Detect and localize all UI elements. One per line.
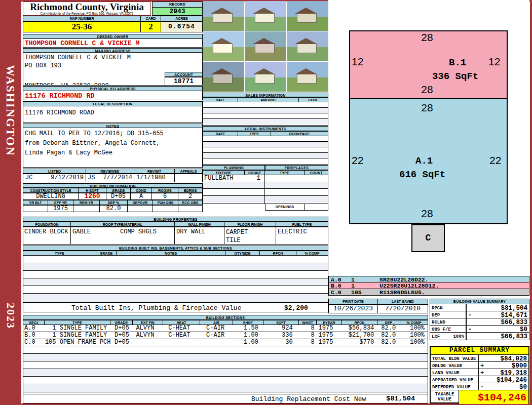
plumbing-rows: FULLBATH 1 <box>203 175 265 204</box>
sec-h-extfin: EXT FIN <box>133 320 163 325</box>
floor-finish-value: CARPET TILE <box>224 227 276 245</box>
parcel-op <box>479 355 488 361</box>
property-photo[interactable] <box>245 31 286 61</box>
sketch-a-top-dim: 28 <box>412 102 442 114</box>
record-label: RECORD <box>152 2 203 8</box>
sidebar-year-label: 2023 <box>4 303 17 329</box>
taxable-label-line2: VALUE <box>431 397 459 402</box>
openings-value <box>305 204 328 211</box>
record-value: 2943 <box>152 8 203 16</box>
sec-cell-sqft: 924 <box>263 325 299 332</box>
sec-cell-extfin: ALVYN <box>133 332 163 339</box>
sec-h-sec: SEC# <box>23 320 45 325</box>
fuel-type-label: FUEL TYPE <box>276 222 328 227</box>
building-sections-label: BUILDING SECTIONS <box>23 315 428 320</box>
cond-value: A <box>131 193 152 200</box>
dep-pct-value: 82.0 <box>100 205 128 212</box>
property-photo[interactable] <box>287 31 328 61</box>
bvs-row: DEP - $14,671 <box>430 311 529 318</box>
bvs-row: LCF100% $66,833 <box>430 333 529 340</box>
parcel-value: $0 <box>488 383 528 390</box>
grade-label: GRADE <box>106 188 131 193</box>
bvs-label: OBS F/E <box>432 327 451 332</box>
legend-row-c: C.0105R11SR6D5L6U5. <box>328 289 529 296</box>
listed-label: LISTED <box>23 169 86 174</box>
sales-date-label: DATE <box>203 97 238 102</box>
instr-type-label: TYPE <box>238 131 271 136</box>
parcel-label: APPRAISED VALUE <box>432 378 473 383</box>
reviewed-value: JS7/7/2014 <box>86 174 134 182</box>
built-ins-rpcn-label: RPCN <box>260 251 296 256</box>
revisit-label: REVISIT <box>134 169 175 174</box>
bvs-label: RPCN <box>432 306 443 311</box>
acres-value: 0.6754 <box>161 21 203 32</box>
sec-cell-dep: 82.0 <box>377 325 400 332</box>
sales-amount-label: AMOUNT <box>238 97 299 102</box>
property-photo[interactable] <box>287 1 328 31</box>
bvs-label: DEP <box>432 313 440 318</box>
appeals-value <box>175 174 203 182</box>
funobs-value <box>153 205 178 212</box>
notes-block: CHG MAIL TO PER TO 12/2016; DB 315-655 f… <box>23 128 203 168</box>
sec-cell-sec: B.0 <box>23 332 45 339</box>
sec-cell-heat: C-HEAT <box>163 332 200 339</box>
fuel-type-value: ELECTRIC <box>276 227 328 245</box>
cond-label: COND <box>131 188 152 193</box>
building-value-summary-label: BUILDING VALUE SUMMARY <box>430 299 529 304</box>
property-photo[interactable] <box>245 62 286 92</box>
property-photo[interactable] <box>287 62 328 92</box>
mailing-line1: THOMPSON CORNELL C & VICKIE M <box>23 53 202 61</box>
appeals-label: APPEALS <box>175 169 203 174</box>
sec-h-air: AIR <box>200 320 233 325</box>
building-sections-title: BUILDING SECTIONS <box>73 315 378 320</box>
sec-cell-extfin <box>133 339 163 346</box>
built-ins-type-label: TYPE <box>23 251 96 256</box>
building-section-row: C.0 105 OPEN FRAME PCH D+05 1.00 30 8 19… <box>23 339 428 346</box>
openings-row: OPENINGS <box>265 204 328 211</box>
built-ins-empty-rows <box>23 256 328 303</box>
parcel-op: - <box>479 383 488 390</box>
sec-cell-rpcn: $21,700 <box>341 332 377 339</box>
sections-empty-rows <box>23 346 428 394</box>
sketch-c-label: C <box>412 225 444 251</box>
sec-cell-extfin: ALVYN <box>133 325 163 332</box>
property-photo[interactable] <box>203 1 244 31</box>
building-sections-rows: A.0 1 SINGLE FAMILY D+05 ALVYN C-HEAT C-… <box>23 325 428 346</box>
sketch-b-right-dim: 12 <box>488 56 500 68</box>
parcel-row: APPRAISED VALUE $104,246 <box>431 376 528 383</box>
built-ins-comp-label: % COMP <box>296 251 328 256</box>
built-ins-total-row: Total Built Ins, Plumbing & Fireplace Va… <box>23 303 328 312</box>
sec-cell-shgt: 1.00 <box>233 339 263 346</box>
parcel-label: DEFERRED VALUE <box>432 385 471 390</box>
reviewed-by: JS <box>88 174 95 182</box>
sec-cell-air: C-AIR <box>200 332 233 339</box>
notes-line2: from Deborah Bittner, Angela Cornett, <box>25 139 202 148</box>
sec-cell-type: 105 OPEN FRAME PCH <box>45 339 111 346</box>
parcel-row: DEFERRED VALUE - $0 <box>431 383 528 390</box>
sketch-legend: A.01SR28U22L28D22. B.01U22SR28U12L28D12.… <box>328 276 529 296</box>
roof-value: GABLECOMP SHGLS <box>71 227 175 245</box>
sketch-b-sqft: 336 SqFt <box>432 71 478 82</box>
plumbing-count-value: 1 <box>245 175 264 182</box>
sec-cell-dep: 82.0 <box>377 339 400 346</box>
legend-vector: R11SR6D5L6U5. <box>379 289 425 295</box>
sec-cell-shgt: 1.00 <box>233 332 263 339</box>
sketch-a-label: A.1 <box>415 155 433 167</box>
property-photo[interactable] <box>203 62 244 92</box>
sec-cell-sec: A.0 <box>23 325 45 332</box>
legend-num: 105 <box>351 289 379 295</box>
roof-material-value: COMP SHGLS <box>120 228 157 235</box>
sec-cell-whgt: 8 <box>299 332 317 339</box>
parcel-label: TOTAL BLDG VALUE <box>432 356 476 361</box>
taxable-value-row: TAXABLE VALUE $104,246 <box>431 390 528 404</box>
bvs-label: RCLND <box>432 320 445 325</box>
property-photo[interactable] <box>203 31 244 61</box>
parcel-op: + <box>479 362 488 369</box>
parcel-op: + <box>479 369 488 376</box>
parcel-value: $900 <box>488 362 528 369</box>
roof-label: ROOF TYPE/MATERIAL <box>71 222 175 227</box>
depovr-value <box>128 205 153 212</box>
property-photo[interactable] <box>245 1 286 31</box>
print-date-value: 10/26/2023 <box>328 304 378 313</box>
wall-finish-value: DRY WALL <box>175 227 224 245</box>
